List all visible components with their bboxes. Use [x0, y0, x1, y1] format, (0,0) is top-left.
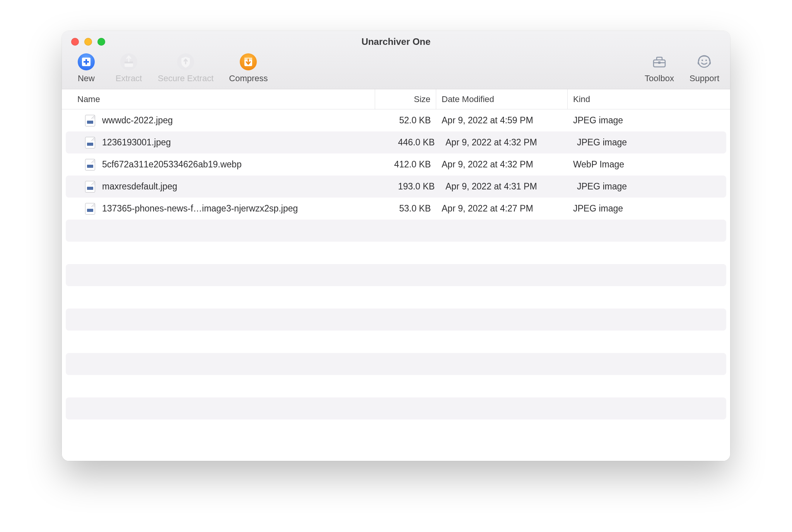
titlebar: Unarchiver One: [62, 31, 730, 89]
support-button[interactable]: Support: [690, 53, 719, 84]
file-icon: [85, 203, 95, 215]
close-icon[interactable]: [71, 38, 79, 46]
compress-label: Compress: [229, 73, 268, 84]
secure-extract-label: Secure Extract: [158, 73, 213, 84]
toolbox-button[interactable]: Toolbox: [645, 53, 674, 84]
table-row: [66, 309, 726, 331]
file-icon: [85, 159, 95, 171]
svg-point-16: [705, 60, 707, 61]
file-name: 137365-phones-news-f…image3-njerwzx2sp.j…: [102, 203, 298, 214]
column-name[interactable]: Name: [62, 89, 375, 109]
file-size: 412.0 KB: [375, 159, 436, 170]
table-row[interactable]: wwwdc-2022.jpeg 52.0 KB Apr 9, 2022 at 4…: [62, 109, 730, 131]
file-icon: [85, 115, 95, 126]
support-label: Support: [690, 73, 719, 84]
file-date: Apr 9, 2022 at 4:31 PM: [440, 181, 572, 192]
table-row: [66, 264, 726, 286]
app-window: Unarchiver One: [62, 31, 730, 461]
file-list: wwwdc-2022.jpeg 52.0 KB Apr 9, 2022 at 4…: [62, 109, 730, 461]
column-date[interactable]: Date Modified: [436, 89, 568, 109]
toolbar: New Extract: [62, 53, 730, 89]
table-row: [66, 220, 726, 242]
table-row: [62, 375, 730, 397]
file-name: 1236193001.jpeg: [102, 137, 171, 148]
toolbox-label: Toolbox: [645, 73, 674, 84]
file-kind: JPEG image: [568, 115, 730, 126]
file-date: Apr 9, 2022 at 4:27 PM: [436, 203, 568, 214]
file-kind: JPEG image: [572, 137, 726, 148]
svg-point-15: [702, 60, 703, 61]
file-date: Apr 9, 2022 at 4:59 PM: [436, 115, 568, 126]
table-row: [66, 353, 726, 375]
file-icon: [85, 181, 95, 193]
support-icon: [695, 53, 713, 71]
file-size: 193.0 KB: [379, 181, 440, 192]
file-kind: JPEG image: [568, 203, 730, 214]
table-row: [62, 331, 730, 353]
file-name: wwwdc-2022.jpeg: [102, 115, 173, 126]
file-size: 446.0 KB: [379, 137, 440, 148]
fullscreen-icon[interactable]: [97, 38, 105, 46]
file-kind: WebP Image: [568, 159, 730, 170]
extract-label: Extract: [116, 73, 142, 84]
file-icon: [85, 137, 95, 148]
extract-icon: [119, 53, 138, 71]
file-kind: JPEG image: [572, 181, 726, 192]
file-name: 5cf672a311e205334626ab19.webp: [102, 159, 242, 170]
table-row: [66, 397, 726, 419]
file-size: 52.0 KB: [375, 115, 436, 126]
window-title: Unarchiver One: [62, 36, 730, 47]
table-row[interactable]: maxresdefault.jpeg 193.0 KB Apr 9, 2022 …: [66, 176, 726, 198]
table-row: [62, 242, 730, 264]
file-date: Apr 9, 2022 at 4:32 PM: [440, 137, 572, 148]
svg-rect-13: [658, 61, 661, 64]
table-row[interactable]: 137365-phones-news-f…image3-njerwzx2sp.j…: [62, 198, 730, 220]
table-row: [62, 286, 730, 309]
file-date: Apr 9, 2022 at 4:32 PM: [436, 159, 568, 170]
secure-extract-icon: [176, 53, 195, 71]
toolbox-icon: [650, 53, 669, 71]
file-name: maxresdefault.jpeg: [102, 181, 177, 192]
compress-icon: [239, 53, 258, 71]
extract-button: Extract: [115, 53, 142, 84]
column-kind[interactable]: Kind: [568, 89, 730, 109]
new-label: New: [78, 73, 95, 84]
window-controls: [62, 38, 105, 46]
file-size: 53.0 KB: [375, 203, 436, 214]
column-size[interactable]: Size: [375, 89, 436, 109]
table-row[interactable]: 5cf672a311e205334626ab19.webp 412.0 KB A…: [62, 153, 730, 176]
new-button[interactable]: New: [73, 53, 100, 84]
table-row[interactable]: 1236193001.jpeg 446.0 KB Apr 9, 2022 at …: [66, 131, 726, 153]
compress-button[interactable]: Compress: [229, 53, 268, 84]
minimize-icon[interactable]: [84, 38, 92, 46]
column-headers: Name Size Date Modified Kind: [62, 89, 730, 109]
secure-extract-button: Secure Extract: [158, 53, 213, 84]
svg-rect-3: [84, 61, 89, 63]
new-icon: [77, 53, 96, 71]
